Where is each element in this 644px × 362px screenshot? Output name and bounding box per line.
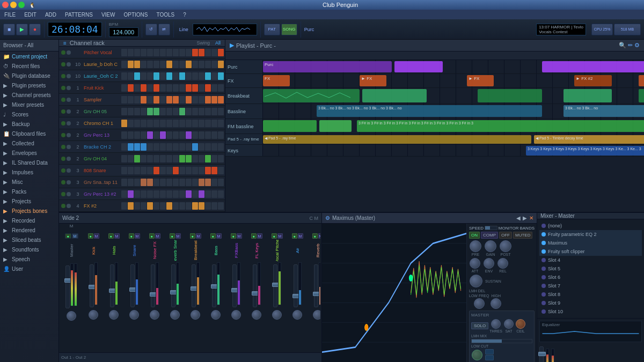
plugin-close-btn[interactable]: ✕	[529, 215, 533, 221]
ch-green-1[interactable]	[61, 62, 65, 67]
on-btn[interactable]: ON	[469, 232, 480, 239]
ch-green-btn-8[interactable]: ●	[251, 233, 257, 239]
bpm-display[interactable]: 124.000	[109, 27, 138, 37]
ch-mute-btn-0[interactable]: M	[94, 233, 99, 239]
ch-pan-6[interactable]	[211, 310, 221, 320]
pad-8-5[interactable]	[153, 143, 159, 151]
ch-fader-9[interactable]	[273, 264, 277, 307]
pad-5-4[interactable]	[147, 108, 153, 115]
pad-6-5[interactable]	[153, 120, 159, 127]
ch-mute-btn-6[interactable]: M	[216, 233, 222, 239]
ch-green-13[interactable]	[61, 204, 65, 208]
pad-7-14[interactable]	[211, 131, 217, 139]
pad-3-9[interactable]	[179, 84, 185, 92]
ch-fader-1[interactable]	[110, 264, 114, 307]
pad-11-6[interactable]	[160, 179, 166, 186]
pad-8-12[interactable]	[199, 143, 204, 151]
low-freq-knob[interactable]	[474, 298, 485, 309]
ch-pan-9[interactable]	[272, 310, 282, 320]
block-fx-2[interactable]: ► FX	[360, 75, 386, 86]
pad-12-7[interactable]	[166, 190, 172, 198]
ch-fader-7[interactable]	[232, 264, 237, 307]
ch-pads-2[interactable]	[121, 72, 224, 80]
record-btn[interactable]: ●	[29, 24, 41, 35]
pad-1-4[interactable]	[147, 61, 153, 68]
pad-11-0[interactable]	[121, 179, 127, 186]
pad-6-9[interactable]	[179, 120, 185, 127]
ch-green-btn-4[interactable]: ●	[170, 233, 175, 239]
pl-magnify[interactable]: 🔍	[619, 42, 626, 49]
pad-4-5[interactable]	[153, 96, 159, 104]
pad-11-5[interactable]	[153, 179, 159, 186]
pad-1-8[interactable]	[173, 61, 179, 68]
block-bb-2[interactable]	[362, 89, 427, 102]
pad-8-8[interactable]	[173, 143, 179, 151]
pad-10-1[interactable]	[128, 167, 134, 174]
ch-mute-11[interactable]	[67, 180, 71, 184]
pad-2-9[interactable]	[179, 72, 185, 80]
ch-green-2[interactable]	[61, 74, 65, 78]
pad-7-13[interactable]	[205, 131, 211, 139]
pad-0-9[interactable]	[179, 49, 185, 56]
fx-slot-soft-clipper[interactable]: Fruity soft clipper	[539, 247, 642, 256]
pad-3-10[interactable]	[186, 84, 192, 92]
pad-11-11[interactable]	[192, 179, 198, 186]
pad-5-5[interactable]	[153, 108, 159, 115]
fx-slot-eq2[interactable]: Fruity parametric EQ 2	[539, 230, 642, 239]
pad-0-11[interactable]	[192, 49, 198, 56]
pad-6-6[interactable]	[160, 120, 166, 127]
pad-0-10[interactable]	[186, 49, 192, 56]
pad-7-4[interactable]	[147, 131, 153, 139]
track-blocks-fx[interactable]: FX ► FX ► FX ► FX #2 ► FX #2	[263, 74, 644, 87]
pad-6-0[interactable]	[121, 120, 127, 127]
pad-7-2[interactable]	[134, 131, 140, 139]
pad-3-2[interactable]	[134, 84, 140, 92]
ch-green-5[interactable]	[61, 109, 65, 114]
pad-4-13[interactable]	[205, 96, 211, 104]
pad-13-11[interactable]	[192, 202, 198, 210]
ch-pan-3[interactable]	[150, 310, 159, 320]
ch-mute-6[interactable]	[67, 121, 71, 125]
pad-10-9[interactable]	[179, 167, 185, 174]
pad-12-9[interactable]	[179, 190, 185, 198]
pad-11-13[interactable]	[205, 179, 211, 186]
pad-7-12[interactable]	[199, 131, 204, 139]
pad-11-4[interactable]	[147, 179, 153, 186]
ch-fader-5[interactable]	[192, 264, 196, 307]
pad-0-13[interactable]	[205, 49, 211, 56]
ch-fader-0[interactable]	[90, 264, 94, 307]
pl-settings[interactable]: ⚙	[634, 42, 640, 49]
pad-7-8[interactable]	[173, 131, 179, 139]
pad-3-1[interactable]	[128, 84, 134, 92]
master-green-btn[interactable]: ●	[65, 233, 71, 239]
ch-fader-10[interactable]	[294, 264, 298, 307]
pad-4-14[interactable]	[211, 96, 217, 104]
pad-7-6[interactable]	[160, 131, 166, 139]
pad-4-8[interactable]	[173, 96, 179, 104]
pad-2-14[interactable]	[211, 72, 217, 80]
ch-pan-0[interactable]	[89, 310, 98, 320]
pad-3-13[interactable]	[205, 84, 211, 92]
pad-13-14[interactable]	[211, 202, 217, 210]
pad-3-3[interactable]	[141, 84, 147, 92]
ch-mute-btn-3[interactable]: M	[155, 233, 160, 239]
ch-pan-5[interactable]	[191, 310, 200, 320]
pad-1-3[interactable]	[141, 61, 147, 68]
pad-5-15[interactable]	[218, 108, 224, 115]
ch-pan-1[interactable]	[109, 310, 119, 320]
ch-pan-8[interactable]	[252, 310, 261, 320]
pad-3-7[interactable]	[166, 84, 172, 92]
fx-slot-8[interactable]: Slot 8	[539, 290, 642, 299]
track-blocks-keys[interactable]: 3 Keys 3 Keys 3 Keys 3 Keys 3 Keys 3 Key…	[263, 145, 644, 156]
sidebar-item-recent-files[interactable]: ⏱ Recent files	[0, 61, 58, 71]
fx-slot-6[interactable]: Slot 6	[539, 273, 642, 282]
pad-10-14[interactable]	[211, 167, 217, 174]
ch-mute-13[interactable]	[67, 204, 71, 208]
solo-btn[interactable]: SOLO	[471, 322, 488, 329]
pad-7-5[interactable]	[153, 131, 159, 139]
pad-1-11[interactable]	[192, 61, 198, 68]
pad-5-6[interactable]	[160, 108, 166, 115]
pad-2-12[interactable]	[199, 72, 204, 80]
ch-pan-4[interactable]	[170, 310, 180, 320]
pad-6-2[interactable]	[134, 120, 140, 127]
